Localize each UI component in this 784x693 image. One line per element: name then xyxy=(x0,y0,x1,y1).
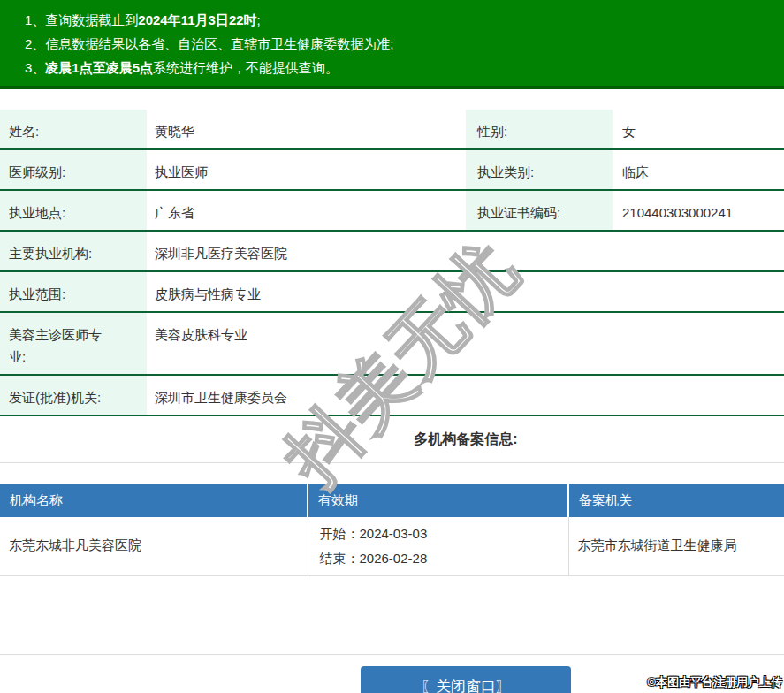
field-value-gender: 女 xyxy=(613,110,784,149)
column-header-validity: 有效期 xyxy=(308,484,568,517)
notice-line-1: 1、查询数据截止到2024年11月3日22时; xyxy=(25,8,784,32)
practitioner-info-table: 姓名: 黄晓华 性别: 女 医师级别: 执业医师 执业类别: 临床 执业地点: … xyxy=(0,110,784,416)
field-value-cert-number: 210440303000241 xyxy=(613,190,784,231)
field-value-scope: 皮肤病与性病专业 xyxy=(147,271,784,312)
table-row: 执业范围: 皮肤病与性病专业 xyxy=(0,271,784,312)
bottom-divider xyxy=(0,576,784,655)
field-value-name: 黄晓华 xyxy=(147,110,466,149)
column-header-authority: 备案机关 xyxy=(568,484,784,517)
field-label-name: 姓名: xyxy=(0,110,147,149)
table-row: 东莞东城非凡美容医院 开始：2024-03-03 结束：2026-02-28 东… xyxy=(0,517,784,575)
field-label-location: 执业地点: xyxy=(0,190,147,231)
field-label-cosmetic-specialty: 美容主诊医师专业: xyxy=(0,312,147,375)
notice-text: ; xyxy=(257,12,261,27)
table-row: 美容主诊医师专业: 美容皮肤科专业 xyxy=(0,312,784,375)
validity-end: 结束：2026-02-28 xyxy=(320,546,567,571)
table-row: 医师级别: 执业医师 执业类别: 临床 xyxy=(0,149,784,190)
field-value-issuing-authority: 深圳市卫生健康委员会 xyxy=(147,375,784,415)
field-label-category: 执业类别: xyxy=(466,149,613,190)
field-value-cosmetic-specialty: 美容皮肤科专业 xyxy=(147,312,784,375)
multi-org-heading: 多机构备案信息: xyxy=(0,416,784,463)
table-row: 姓名: 黄晓华 性别: 女 xyxy=(0,110,784,149)
authority-cell: 东莞市东城街道卫生健康局 xyxy=(568,517,784,575)
notice-line-3: 3、凌晨1点至凌晨5点系统进行维护，不能提供查询。 xyxy=(25,56,784,80)
table-row: 主要执业机构: 深圳非凡医疗美容医院 xyxy=(0,231,784,271)
table-row: 发证(批准)机关: 深圳市卫生健康委员会 xyxy=(0,375,784,415)
field-value-location: 广东省 xyxy=(147,190,466,231)
field-label-main-org: 主要执业机构: xyxy=(0,231,147,271)
notice-number: 1、 xyxy=(25,12,45,27)
notice-number: 2、 xyxy=(25,36,45,51)
notice-text: 信息数据结果以各省、自治区、直辖市卫生健康委数据为准; xyxy=(45,36,393,51)
column-header-org-name: 机构名称 xyxy=(0,484,308,517)
notice-text-bold: 2024年11月3日22时 xyxy=(138,12,256,27)
field-label-issuing-authority: 发证(批准)机关: xyxy=(0,375,147,415)
notice-number: 3、 xyxy=(25,60,45,75)
field-label-cert-number: 执业证书编码: xyxy=(466,190,613,231)
field-label-scope: 执业范围: xyxy=(0,271,147,312)
field-value-main-org: 深圳非凡医疗美容医院 xyxy=(147,231,784,271)
validity-cell: 开始：2024-03-03 结束：2026-02-28 xyxy=(308,517,568,575)
notice-text: 系统进行维护，不能提供查询。 xyxy=(153,60,339,75)
field-label-gender: 性别: xyxy=(466,110,613,149)
notice-text-bold: 凌晨1点至凌晨5点 xyxy=(45,60,153,75)
field-value-category: 临床 xyxy=(613,149,784,190)
field-label-level: 医师级别: xyxy=(0,149,147,190)
close-window-button[interactable]: 〖关闭窗口〗 xyxy=(361,666,571,693)
copyright-watermark: ©本图由平台注册用户上传 xyxy=(647,674,782,690)
field-value-level: 执业医师 xyxy=(147,149,466,190)
notice-line-2: 2、信息数据结果以各省、自治区、直辖市卫生健康委数据为准; xyxy=(25,32,784,56)
table-row: 执业地点: 广东省 执业证书编码: 210440303000241 xyxy=(0,190,784,231)
validity-start: 开始：2024-03-03 xyxy=(320,522,567,546)
org-name-cell: 东莞东城非凡美容医院 xyxy=(0,517,308,575)
multi-org-table: 机构名称 有效期 备案机关 东莞东城非凡美容医院 开始：2024-03-03 结… xyxy=(0,484,784,576)
page-container: 1、查询数据截止到2024年11月3日22时; 2、信息数据结果以各省、自治区、… xyxy=(0,0,784,693)
table-header-row: 机构名称 有效期 备案机关 xyxy=(0,484,784,517)
notice-banner: 1、查询数据截止到2024年11月3日22时; 2、信息数据结果以各省、自治区、… xyxy=(0,0,784,89)
notice-text: 查询数据截止到 xyxy=(45,12,138,27)
